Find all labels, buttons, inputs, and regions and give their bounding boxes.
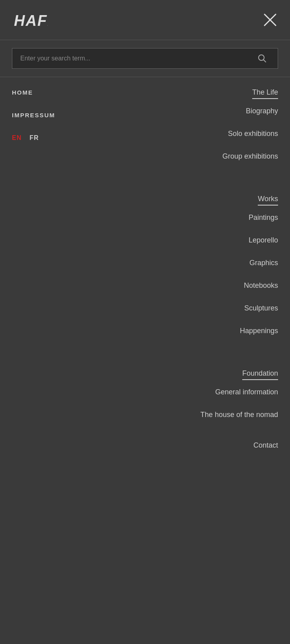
nav-solo-exhibitions[interactable]: Solo exhibitions (228, 122, 278, 145)
nav-sculptures[interactable]: Sculptures (244, 297, 278, 320)
nav-home[interactable]: HOME (12, 81, 55, 104)
lang-fr[interactable]: FR (29, 134, 39, 142)
close-button[interactable] (262, 12, 278, 28)
svg-line-4 (263, 60, 266, 62)
search-section (0, 40, 290, 77)
nav-group-exhibitions[interactable]: Group exhibitions (222, 145, 278, 168)
nav-the-life[interactable]: The Life (252, 81, 278, 99)
nav-biography[interactable]: Biography (246, 100, 278, 122)
nav-happenings[interactable]: Happenings (240, 320, 278, 342)
nav-notebooks[interactable]: Notebooks (244, 274, 278, 297)
nav-leporello[interactable]: Leporello (249, 229, 278, 252)
nav-graphics[interactable]: Graphics (249, 252, 278, 274)
nav-house-of-nomad[interactable]: The house of the nomad (200, 403, 278, 426)
nav-foundation[interactable]: Foundation (242, 362, 278, 380)
nav-right: The Life Biography Solo exhibitions Grou… (200, 81, 278, 457)
search-icon (258, 54, 267, 63)
nav-left: HOME IMPRESSUM EN FR (12, 81, 55, 457)
nav-paintings[interactable]: Paintings (249, 206, 278, 229)
header: HAFIS (0, 0, 290, 40)
search-input[interactable] (12, 48, 246, 69)
nav-impressum[interactable]: IMPRESSUM (12, 104, 55, 126)
language-switcher: EN FR (12, 126, 55, 149)
lang-en[interactable]: EN (12, 134, 21, 142)
nav-general-information[interactable]: General information (215, 381, 278, 403)
nav-works[interactable]: Works (258, 188, 278, 206)
search-button[interactable] (246, 48, 278, 69)
nav-contact[interactable]: Contact (253, 434, 278, 457)
logo[interactable]: HAFIS (12, 8, 48, 32)
svg-text:HAFIS: HAFIS (14, 12, 48, 29)
nav-main: HOME IMPRESSUM EN FR The Life Biography … (0, 77, 290, 457)
